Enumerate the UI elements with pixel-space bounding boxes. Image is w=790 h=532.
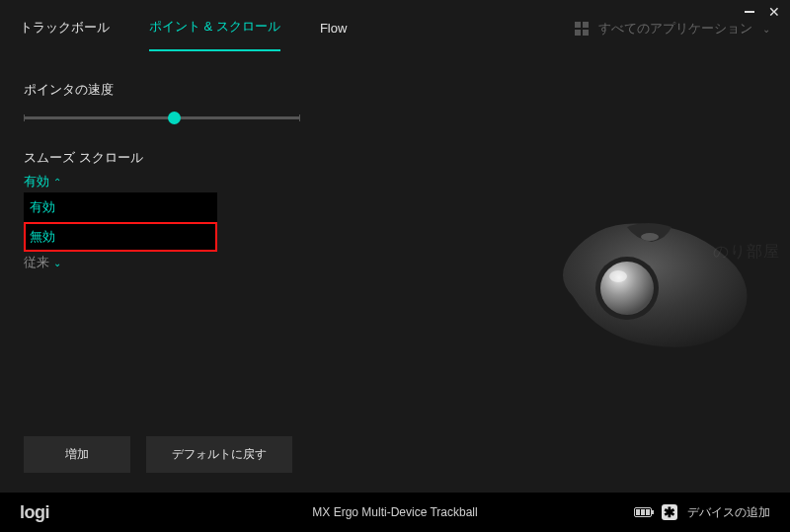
- app-filter-label: すべてのアプリケーション: [598, 20, 752, 38]
- svg-point-3: [609, 270, 627, 282]
- chevron-down-icon: ⌄: [762, 24, 770, 35]
- device-image: [543, 207, 760, 355]
- tabs-bar: トラックボール ポイント & スクロール Flow すべてのアプリケーション ⌄: [0, 0, 790, 51]
- smooth-scroll-selected: 有効: [24, 173, 49, 190]
- option-enabled[interactable]: 有効: [24, 192, 217, 222]
- footer: logi MX Ergo Multi-Device Trackball ✱ デバ…: [0, 493, 790, 532]
- hidden-setting-label: 従来: [24, 254, 49, 271]
- connection-icon: ✱: [662, 504, 677, 520]
- svg-point-2: [600, 262, 654, 315]
- smooth-scroll-dropdown[interactable]: 有効 ⌃: [24, 173, 766, 190]
- increase-button[interactable]: 増加: [24, 436, 130, 473]
- tab-trackball[interactable]: トラックボール: [20, 19, 110, 50]
- slider-thumb[interactable]: [168, 112, 181, 124]
- restore-default-button[interactable]: デフォルトに戻す: [146, 436, 292, 473]
- add-device-button[interactable]: デバイスの追加: [687, 504, 770, 521]
- chevron-down-icon: ⌄: [53, 258, 61, 268]
- device-name: MX Ergo Multi-Device Trackball: [312, 505, 477, 519]
- apps-grid-icon: [575, 22, 589, 36]
- tab-point-and-scroll[interactable]: ポイント & スクロール: [149, 18, 280, 51]
- brand-logo: logi: [20, 502, 49, 523]
- application-filter[interactable]: すべてのアプリケーション ⌄: [575, 20, 770, 38]
- smooth-scroll-label: スムーズ スクロール: [24, 149, 766, 167]
- svg-point-0: [641, 233, 659, 241]
- pointer-speed-slider[interactable]: [24, 116, 300, 119]
- smooth-scroll-options: 有効 無効: [24, 192, 217, 252]
- watermark-text: のり部屋: [713, 242, 780, 263]
- option-disabled[interactable]: 無効: [24, 222, 217, 252]
- pointer-speed-label: ポインタの速度: [24, 81, 766, 99]
- tab-flow[interactable]: Flow: [320, 21, 347, 49]
- battery-icon: [634, 507, 652, 517]
- chevron-up-icon: ⌃: [53, 177, 61, 188]
